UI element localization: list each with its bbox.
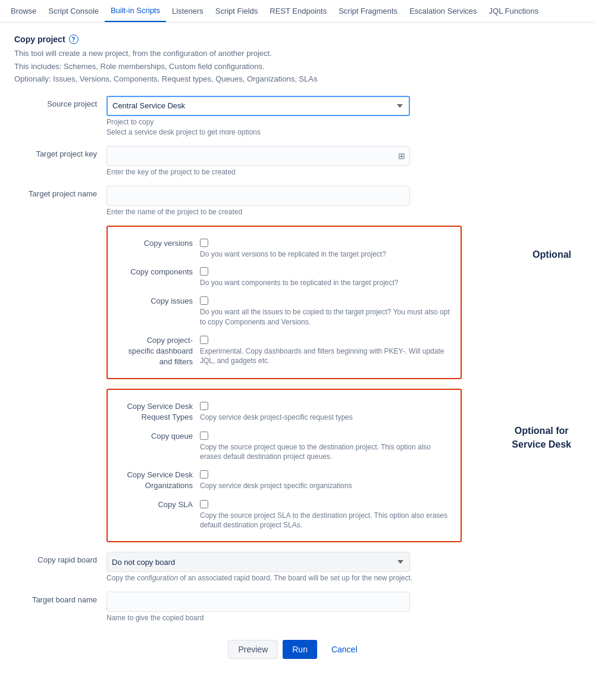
optional-service-desk-label-area: Optional forService Desk bbox=[462, 389, 581, 451]
copy-dashboard-label: Copy project-specific dashboardand filte… bbox=[115, 335, 200, 368]
target-board-name-row: Target board name Name to give the copie… bbox=[14, 592, 581, 622]
copy-sla-checkbox[interactable] bbox=[200, 500, 208, 508]
copy-sla-label: Copy SLA bbox=[115, 499, 200, 510]
source-project-hint1: Project to copy bbox=[107, 118, 581, 126]
nav-escalation-services[interactable]: Escalation Services bbox=[403, 1, 483, 21]
source-project-hint2: Select a service desk project to get mor… bbox=[107, 128, 581, 136]
target-key-label: Target project key bbox=[14, 146, 107, 158]
copy-queue-checkbox[interactable] bbox=[200, 432, 208, 440]
copy-queue-control: Copy the source project queue to the des… bbox=[200, 430, 453, 462]
preview-button[interactable]: Preview bbox=[228, 640, 278, 659]
optional-label-text: Optional bbox=[533, 226, 571, 260]
page-title: Copy project bbox=[14, 35, 65, 44]
description-1: This tool will create a new project, fro… bbox=[14, 48, 581, 60]
copy-versions-checkbox[interactable] bbox=[200, 239, 208, 247]
target-board-name-label: Target board name bbox=[14, 592, 107, 604]
main-content: Copy project ? This tool will create a n… bbox=[0, 23, 595, 683]
help-icon[interactable]: ? bbox=[69, 35, 79, 44]
nav-built-in-scripts[interactable]: Built-in Scripts bbox=[105, 0, 166, 22]
target-key-row: Target project key ⊞ Enter the key of th… bbox=[14, 146, 581, 176]
run-button[interactable]: Run bbox=[283, 640, 317, 659]
copy-sd-request-row: Copy Service DeskRequest Types Copy serv… bbox=[108, 397, 461, 426]
configuration-italic: configuration bbox=[137, 574, 178, 582]
target-board-name-hint: Name to give the copied board bbox=[107, 614, 581, 622]
target-key-input[interactable] bbox=[107, 146, 410, 166]
description-2: This includes: Schemes, Role memberships… bbox=[14, 61, 581, 73]
copy-sd-orgs-row: Copy Service DeskOrganizations Copy serv… bbox=[108, 465, 461, 495]
copy-rapid-board-select[interactable]: Do not copy board bbox=[107, 552, 410, 572]
copy-sd-request-control: Copy service desk project-specific reque… bbox=[200, 401, 453, 423]
copy-issues-checkbox[interactable] bbox=[200, 296, 208, 305]
nav-listeners[interactable]: Listeners bbox=[166, 1, 209, 21]
target-board-name-input[interactable] bbox=[107, 592, 410, 612]
copy-sd-orgs-checkbox[interactable] bbox=[200, 470, 208, 479]
copy-sd-request-label: Copy Service DeskRequest Types bbox=[115, 401, 200, 423]
copy-issues-hint: Do you want all the issues to be copied … bbox=[200, 307, 453, 327]
copy-sla-row: Copy SLA Copy the source project SLA to … bbox=[108, 495, 461, 535]
target-name-row: Target project name Enter the name of th… bbox=[14, 186, 581, 216]
form-section: Source project Central Service Desk Proj… bbox=[14, 96, 581, 623]
top-nav: Browse Script Console Built-in Scripts L… bbox=[0, 0, 595, 23]
source-project-control: Central Service Desk Project to copy Sel… bbox=[107, 96, 581, 136]
description-3: Optionally: Issues, Versions, Components… bbox=[14, 73, 581, 85]
optional-service-desk-container: Copy Service DeskRequest Types Copy serv… bbox=[14, 389, 581, 542]
nav-script-fields[interactable]: Script Fields bbox=[209, 1, 264, 21]
copy-sd-request-checkbox[interactable] bbox=[200, 402, 208, 410]
target-name-label: Target project name bbox=[14, 186, 107, 198]
target-key-input-wrap: ⊞ bbox=[107, 146, 410, 166]
source-project-label: Source project bbox=[14, 96, 107, 108]
copy-sla-control: Copy the source project SLA to the desti… bbox=[200, 499, 453, 531]
nav-browse[interactable]: Browse bbox=[5, 1, 42, 21]
source-project-select[interactable]: Central Service Desk bbox=[107, 96, 410, 116]
target-name-hint: Enter the name of the project to be crea… bbox=[107, 208, 581, 216]
copy-components-checkbox[interactable] bbox=[200, 267, 208, 276]
copy-components-label: Copy components bbox=[115, 266, 200, 277]
copy-versions-control: Do you want versions to be replicated in… bbox=[200, 238, 453, 260]
copy-components-hint: Do you want components to be replicated … bbox=[200, 278, 453, 288]
copy-sd-orgs-control: Copy service desk project specific organ… bbox=[200, 469, 453, 491]
optional-service-desk-box: Copy Service DeskRequest Types Copy serv… bbox=[107, 389, 462, 542]
copy-rapid-board-hint: Copy the configuration of an associated … bbox=[107, 574, 581, 582]
copy-issues-row: Copy issues Do you want all the issues t… bbox=[108, 292, 461, 331]
optional-container: Copy versions Do you want versions to be… bbox=[14, 226, 581, 380]
optional-box: Copy versions Do you want versions to be… bbox=[107, 226, 462, 380]
optional-label-area: Optional bbox=[462, 226, 581, 260]
copy-dashboard-row: Copy project-specific dashboardand filte… bbox=[108, 331, 461, 371]
source-project-row: Source project Central Service Desk Proj… bbox=[14, 96, 581, 136]
copy-sd-orgs-label: Copy Service DeskOrganizations bbox=[115, 469, 200, 491]
copy-queue-label: Copy queue bbox=[115, 430, 200, 442]
optional-service-desk-label-text: Optional forService Desk bbox=[512, 389, 571, 451]
copy-rapid-board-label: Copy rapid board bbox=[14, 552, 107, 564]
copy-sla-hint: Copy the source project SLA to the desti… bbox=[200, 511, 453, 531]
copy-versions-hint: Do you want versions to be replicated in… bbox=[200, 249, 453, 260]
target-key-control: ⊞ Enter the key of the project to be cre… bbox=[107, 146, 581, 176]
copy-dashboard-control: Experimental. Copy dashboards and filter… bbox=[200, 335, 453, 367]
nav-jql-functions[interactable]: JQL Functions bbox=[483, 1, 544, 21]
target-board-name-control: Name to give the copied board bbox=[107, 592, 581, 622]
target-key-hint: Enter the key of the project to be creat… bbox=[107, 168, 581, 176]
copy-sd-orgs-hint: Copy service desk project specific organ… bbox=[200, 481, 453, 491]
copy-components-control: Do you want components to be replicated … bbox=[200, 266, 453, 288]
copy-rapid-board-row: Copy rapid board Do not copy board Copy … bbox=[14, 552, 581, 582]
cancel-button[interactable]: Cancel bbox=[322, 640, 367, 659]
copy-versions-row: Copy versions Do you want versions to be… bbox=[108, 234, 461, 263]
copy-sd-request-hint: Copy service desk project-specific reque… bbox=[200, 412, 453, 423]
copy-components-row: Copy components Do you want components t… bbox=[108, 262, 461, 292]
copy-issues-control: Do you want all the issues to be copied … bbox=[200, 295, 453, 327]
copy-dashboard-checkbox[interactable] bbox=[200, 336, 208, 344]
page-title-row: Copy project ? bbox=[14, 35, 581, 44]
nav-script-fragments[interactable]: Script Fragments bbox=[333, 1, 403, 21]
nav-rest-endpoints[interactable]: REST Endpoints bbox=[264, 1, 333, 21]
nav-script-console[interactable]: Script Console bbox=[42, 1, 105, 21]
action-row: Preview Run Cancel bbox=[14, 640, 581, 671]
copy-queue-hint: Copy the source project queue to the des… bbox=[200, 442, 453, 462]
copy-rapid-board-control: Do not copy board Copy the configuration… bbox=[107, 552, 581, 582]
copy-issues-label: Copy issues bbox=[115, 295, 200, 307]
target-name-input[interactable] bbox=[107, 186, 410, 206]
copy-queue-row: Copy queue Copy the source project queue… bbox=[108, 427, 461, 466]
copy-dashboard-hint: Experimental. Copy dashboards and filter… bbox=[200, 346, 453, 367]
target-name-control: Enter the name of the project to be crea… bbox=[107, 186, 581, 216]
copy-versions-label: Copy versions bbox=[115, 238, 200, 249]
grid-icon: ⊞ bbox=[398, 151, 405, 161]
